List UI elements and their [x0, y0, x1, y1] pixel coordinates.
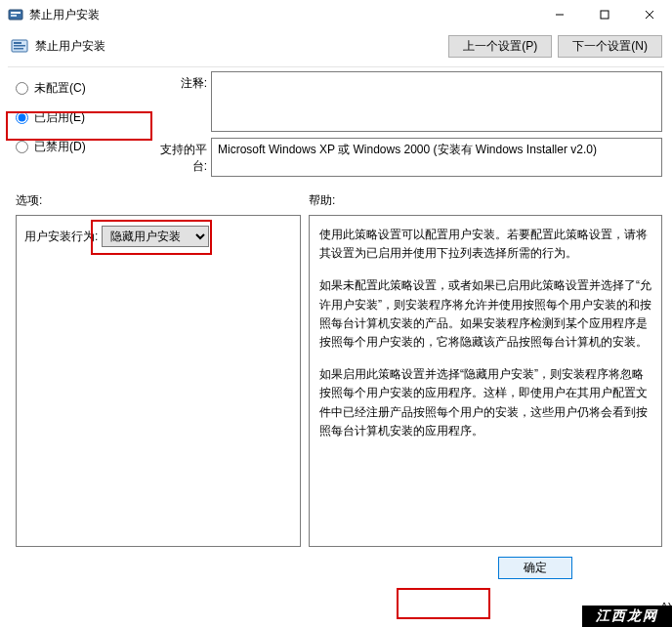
help-paragraph-2: 如果未配置此策略设置，或者如果已启用此策略设置并选择了“允许用户安装”，则安装程… [319, 276, 651, 352]
radio-disabled[interactable]: 已禁用(D) [16, 134, 152, 159]
radio-enabled[interactable]: 已启用(E) [16, 104, 152, 130]
highlight-box-ok [397, 588, 490, 619]
svg-rect-2 [11, 15, 17, 17]
comment-label: 注释: [152, 71, 211, 132]
dialog-buttons: 确定 [0, 547, 672, 579]
user-install-behavior-label: 用户安装行为: [24, 229, 98, 245]
supported-platform-text: Microsoft Windows XP 或 Windows 2000 (安装有… [218, 142, 597, 158]
window-title: 禁止用户安装 [29, 7, 537, 23]
help-label: 帮助: [309, 192, 662, 209]
watermark: 江西龙网 [582, 606, 672, 627]
setting-icon [10, 36, 29, 56]
previous-setting-button[interactable]: 上一个设置(P) [448, 35, 552, 58]
help-paragraph-1: 使用此策略设置可以配置用户安装。若要配置此策略设置，请将其设置为已启用并使用下拉… [319, 226, 651, 263]
close-button[interactable] [627, 0, 672, 29]
radio-not-configured-input[interactable] [16, 82, 28, 95]
content-area: 未配置(C) 已启用(E) 已禁用(D) 注释: 支持的平台: Microsof… [0, 67, 672, 547]
setting-title: 禁止用户安装 [35, 38, 442, 55]
ok-button[interactable]: 确定 [498, 557, 572, 579]
user-install-behavior-select[interactable]: 隐藏用户安装 [102, 226, 209, 247]
state-radios: 未配置(C) 已启用(E) 已禁用(D) [16, 71, 152, 183]
radio-not-configured[interactable]: 未配置(C) [16, 75, 152, 101]
radio-enabled-label: 已启用(E) [34, 109, 85, 126]
options-pane: 用户安装行为: 隐藏用户安装 [16, 215, 301, 547]
setting-header: 禁止用户安装 上一个设置(P) 下一个设置(N) [0, 29, 672, 63]
svg-rect-1 [11, 12, 21, 14]
platform-label: 支持的平台: [152, 138, 211, 177]
svg-rect-9 [14, 45, 25, 47]
options-label: 选项: [16, 192, 309, 209]
radio-enabled-input[interactable] [16, 111, 28, 124]
help-paragraph-3: 如果启用此策略设置并选择“隐藏用户安装”，则安装程序将忽略按照每个用户安装的应用… [319, 365, 651, 440]
titlebar: 禁止用户安装 [0, 0, 672, 29]
svg-rect-8 [14, 42, 21, 44]
help-pane: 使用此策略设置可以配置用户安装。若要配置此策略设置，请将其设置为已启用并使用下拉… [309, 215, 662, 547]
window-buttons [537, 0, 672, 29]
radio-not-configured-label: 未配置(C) [34, 80, 86, 97]
app-icon [8, 7, 23, 22]
supported-platform-box: Microsoft Windows XP 或 Windows 2000 (安装有… [211, 138, 662, 177]
radio-disabled-label: 已禁用(D) [34, 139, 86, 155]
minimize-button[interactable] [537, 0, 582, 29]
maximize-button[interactable] [582, 0, 627, 29]
radio-disabled-input[interactable] [16, 141, 28, 153]
comment-textarea[interactable] [211, 71, 662, 132]
svg-rect-4 [601, 11, 609, 19]
next-setting-button[interactable]: 下一个设置(N) [558, 35, 662, 58]
svg-rect-10 [14, 48, 23, 50]
